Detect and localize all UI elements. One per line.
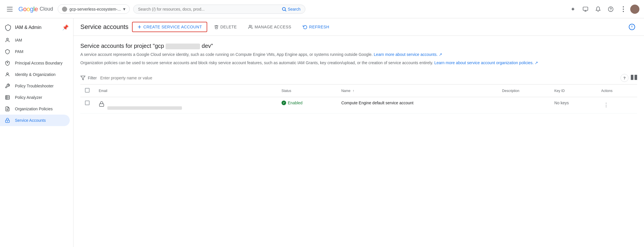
svg-rect-27 xyxy=(635,75,637,80)
manage-access-button[interactable]: MANAGE ACCESS xyxy=(244,22,296,32)
sidebar-item-label: Identity & Organization xyxy=(15,72,56,77)
sidebar: IAM & Admin 📌 IAM PAM Principal Access B… xyxy=(0,18,73,247)
filter-icon xyxy=(80,75,86,81)
delete-btn-label: DELETE xyxy=(220,25,237,29)
email-column-header: Email xyxy=(94,85,277,97)
gemini-icon: ✦ xyxy=(571,6,575,13)
service-accounts-table: Email Status Name ↑ Description Key ID A… xyxy=(80,85,637,113)
user-avatar[interactable] xyxy=(630,5,639,14)
description-column-header: Description xyxy=(498,85,550,97)
status-value: Enabled xyxy=(288,101,302,105)
email-cell xyxy=(94,97,277,113)
filter-label: Filter xyxy=(88,76,97,80)
main-layout: IAM & Admin 📌 IAM PAM Principal Access B… xyxy=(0,18,644,247)
manage-access-icon xyxy=(248,25,253,29)
service-account-description: A service account represents a Google Cl… xyxy=(80,52,637,58)
svg-rect-28 xyxy=(100,104,104,106)
terminal-icon xyxy=(583,6,588,12)
svg-line-1 xyxy=(285,10,286,11)
sidebar-item-label: PAM xyxy=(15,49,23,54)
gemini-button[interactable]: ✦ xyxy=(567,3,579,15)
description-cell xyxy=(498,97,550,113)
pin-icon: 📌 xyxy=(62,24,69,31)
help-button[interactable] xyxy=(605,3,616,15)
sidebar-item-label: Organization Policies xyxy=(15,107,53,111)
refresh-button[interactable]: REFRESH xyxy=(298,22,334,32)
top-nav: Google Cloud gcp-serverless-ecosystem-..… xyxy=(0,0,644,18)
create-service-account-button[interactable]: CREATE SERVICE ACCOUNT xyxy=(132,22,207,32)
service-account-email-icon xyxy=(99,101,104,107)
principal-access-boundary-icon xyxy=(5,60,10,66)
project-selector[interactable]: gcp-serverless-ecosystem-... ▾ xyxy=(58,4,130,14)
filter-bar-inner: Filter xyxy=(80,75,617,81)
row-more-actions-button[interactable]: ⋮ xyxy=(601,101,611,109)
sidebar-title: IAM & Admin xyxy=(15,25,41,30)
filter-input[interactable] xyxy=(100,76,617,80)
sort-asc-icon: ↑ xyxy=(353,89,354,93)
row-checkbox-cell xyxy=(80,97,94,113)
blurred-project-name xyxy=(166,44,200,49)
sidebar-item-label: Policy Troubleshooter xyxy=(15,84,54,88)
google-cloud-logo[interactable]: Google Cloud xyxy=(18,5,53,13)
svg-point-7 xyxy=(623,6,624,7)
name-cell: Compute Engine default service account xyxy=(337,97,497,113)
status-column-header: Status xyxy=(277,85,337,97)
row-checkbox[interactable] xyxy=(85,101,90,105)
delete-button[interactable]: DELETE xyxy=(210,22,241,32)
learn-more-icon[interactable] xyxy=(627,22,637,32)
project-title-text: Service accounts for project "gcp dev" xyxy=(80,43,637,49)
hamburger-menu-button[interactable] xyxy=(5,5,15,14)
learn-more-link-2[interactable]: Learn more about service account organiz… xyxy=(434,60,538,65)
sidebar-item-iam[interactable]: IAM xyxy=(0,34,70,46)
iam-admin-icon xyxy=(5,24,11,31)
bell-icon xyxy=(595,6,601,12)
cloud-text: Cloud xyxy=(40,6,53,12)
svg-marker-25 xyxy=(81,76,85,80)
select-all-checkbox[interactable] xyxy=(85,88,90,93)
policy-analyzer-icon xyxy=(5,95,10,100)
more-options-button[interactable] xyxy=(618,3,629,15)
sidebar-item-policy-analyzer[interactable]: Policy Analyzer xyxy=(0,92,70,103)
refresh-btn-label: REFRESH xyxy=(309,25,329,29)
learn-more-link-1[interactable]: Learn more about service accounts. ↗ xyxy=(374,52,442,57)
email-value xyxy=(107,101,132,105)
search-btn-label: Search xyxy=(288,7,300,11)
column-toggle-button[interactable] xyxy=(631,75,637,81)
svg-rect-13 xyxy=(5,95,9,99)
more-vert-icon xyxy=(623,6,624,12)
page-header: Service accounts CREATE SERVICE ACCOUNT … xyxy=(73,18,644,36)
content-body: Service accounts for project "gcp dev" A… xyxy=(73,36,644,247)
project-suffix: dev" xyxy=(202,43,213,49)
cloud-shell-button[interactable] xyxy=(580,3,591,15)
header-actions: CREATE SERVICE ACCOUNT DELETE MANAGE ACC… xyxy=(132,22,334,32)
sidebar-item-organization-policies[interactable]: Organization Policies xyxy=(0,103,70,115)
chevron-down-icon: ▾ xyxy=(123,6,125,12)
sidebar-item-label: Principal Access Boundary xyxy=(15,61,63,65)
svg-point-10 xyxy=(7,38,8,40)
help-icon xyxy=(608,6,614,12)
manage-access-btn-label: MANAGE ACCESS xyxy=(255,25,291,29)
sidebar-header: IAM & Admin 📌 xyxy=(0,21,73,34)
sidebar-item-service-accounts[interactable]: Service Accounts xyxy=(0,115,70,126)
create-btn-label: CREATE SERVICE ACCOUNT xyxy=(143,25,202,29)
sidebar-item-policy-troubleshooter[interactable]: Policy Troubleshooter xyxy=(0,80,70,92)
sidebar-item-identity-organization[interactable]: Identity & Organization xyxy=(0,69,70,80)
sidebar-item-pam[interactable]: PAM xyxy=(0,46,70,57)
status-enabled-icon xyxy=(282,101,286,105)
filter-help-button[interactable]: ? xyxy=(620,74,629,82)
sidebar-item-label: IAM xyxy=(15,38,22,42)
delete-icon xyxy=(214,25,219,29)
svg-point-23 xyxy=(249,25,251,27)
notifications-button[interactable] xyxy=(592,3,604,15)
svg-point-12 xyxy=(7,73,8,75)
search-bar: Search xyxy=(133,5,305,14)
svg-point-9 xyxy=(623,11,624,12)
iam-icon xyxy=(5,37,10,43)
sidebar-item-principal-access-boundary[interactable]: Principal Access Boundary xyxy=(0,57,70,69)
name-column-header[interactable]: Name ↑ xyxy=(337,85,497,97)
search-button[interactable]: Search xyxy=(282,7,300,12)
org-policies-icon xyxy=(5,106,10,112)
email-sub-value xyxy=(107,106,182,110)
search-icon xyxy=(282,7,287,12)
search-input[interactable] xyxy=(138,7,279,11)
